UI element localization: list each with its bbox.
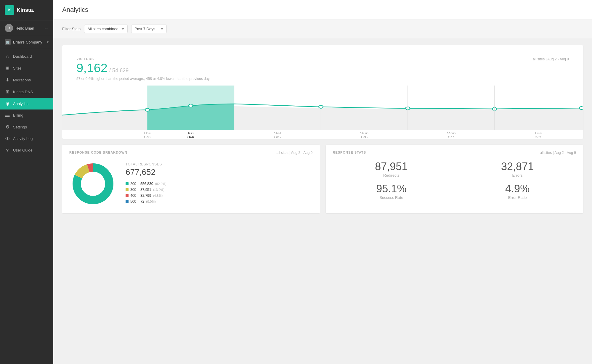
error-ratio-label: Error Ratio [459,195,576,200]
legend-code-200: 200 [130,182,139,186]
legend-300: 300 87,951 (13.0%) [126,188,166,192]
company-section[interactable]: 🏢 Brian's Company ▾ [0,36,53,48]
sidebar-item-label: Activity Log [13,136,33,141]
migrations-icon: ⬇ [5,77,10,83]
svg-text:8/8: 8/8 [535,135,541,139]
legend-dot-200 [126,182,129,185]
legend-value-200: 556,830 [140,182,153,186]
sidebar-item-label: Billing [13,113,23,117]
visitors-card: VISITORS 9,162 / 54,629 all sites | Aug … [62,45,583,139]
sidebar-item-label: Dashboard [13,54,32,59]
sidebar-item-dashboard[interactable]: ⌂ Dashboard [0,51,53,62]
visitors-chart: Thu 8/3 Fri 8/4 Sat 8/5 Sun 8/6 Mon 8/7 … [62,86,583,139]
success-rate-value: 95.1% [333,183,450,194]
svg-text:Thu: Thu [143,131,151,135]
svg-text:Sat: Sat [274,131,281,135]
svg-text:8/5: 8/5 [274,135,281,139]
user-guide-icon: ? [5,148,10,153]
sidebar-item-label: Settings [13,125,27,129]
sidebar-item-label: Kinsta DNS [13,90,33,94]
user-section[interactable]: B Hello Brian → [0,20,53,36]
svg-text:Sun: Sun [360,131,369,135]
legend-400: 400 32,799 (4.8%) [126,194,166,198]
page-header: Analytics [53,0,592,20]
error-ratio-value: 4.9% [459,183,576,194]
svg-text:8/3: 8/3 [144,135,151,139]
activity-log-icon: 👁 [5,136,10,141]
breakdown-header: RESPONSE CODE BREAKDOWN all sites | Aug … [69,151,313,155]
legend-code-400: 400 [130,194,139,198]
errors-value: 32,871 [459,161,576,172]
breakdown-section-label: RESPONSE CODE BREAKDOWN [69,151,127,154]
dashboard-icon: ⌂ [5,54,10,59]
svg-point-27 [81,172,105,196]
company-icon: 🏢 [5,39,11,45]
content-area: VISITORS 9,162 / 54,629 all sites | Aug … [53,38,592,220]
main-content: Analytics Filter Stats All sites combine… [53,0,592,364]
response-breakdown-card: RESPONSE CODE BREAKDOWN all sites | Aug … [62,145,320,213]
bottom-row: RESPONSE CODE BREAKDOWN all sites | Aug … [62,145,583,213]
logout-icon[interactable]: → [44,25,49,31]
logo-text: Kinsta. [17,7,34,13]
legend-dot-500 [126,200,129,203]
visitors-info: VISITORS 9,162 / 54,629 [76,57,129,74]
sidebar: K Kinsta. B Hello Brian → 🏢 Brian's Comp… [0,0,53,364]
dns-icon: ⊞ [5,89,10,94]
company-info: 🏢 Brian's Company [5,39,42,45]
legend-500: 500 72 (0.0%) [126,199,166,204]
svg-text:8/7: 8/7 [448,135,454,139]
legend-dot-300 [126,188,129,191]
filter-stats-label: Filter Stats [62,27,81,31]
stats-header: RESPONSE STATS all sites | Aug 2 - Aug 9 [333,151,576,155]
breakdown-date-range: all sites | Aug 2 - Aug 9 [277,151,313,155]
legend-pct-300: (13.0%) [153,188,165,191]
total-value: 677,652 [126,167,166,177]
svg-text:Mon: Mon [447,131,456,135]
sidebar-item-activity-log[interactable]: 👁 Activity Log [0,133,53,144]
sidebar-item-settings[interactable]: ⚙ Settings [0,121,53,133]
sidebar-item-billing[interactable]: ▬ Billing [0,109,53,121]
visitors-numbers: 9,162 / 54,629 [76,62,129,74]
svg-text:Tue: Tue [534,131,542,135]
stats-grid: 87,951 Redirects 32,871 Errors 95.1% Suc… [333,161,576,200]
sidebar-logo: K Kinsta. [0,0,53,20]
sites-icon: ▣ [5,65,10,71]
sidebar-item-analytics[interactable]: ◉ Analytics [0,98,53,109]
period-filter-select[interactable]: Past 7 Days Past 30 Days Past 60 Days [131,25,167,33]
sidebar-item-user-guide[interactable]: ? User Guide [0,144,53,156]
redirects-label: Redirects [333,173,450,178]
site-filter-select[interactable]: All sites combined Site 1 Site 2 [84,25,128,33]
svg-point-2 [189,104,193,107]
svg-text:8/4: 8/4 [187,135,194,139]
visitors-date-range: all sites | Aug 2 - Aug 9 [533,57,569,61]
response-stats-card: RESPONSE STATS all sites | Aug 2 - Aug 9… [326,145,583,213]
avatar: B [5,24,13,32]
visitors-note: 57 or 0.6% higher than the period averag… [76,77,569,81]
logo-icon: K [5,5,14,15]
breakdown-content: Total Responses 677,652 200 556,830 (82.… [69,160,313,207]
sidebar-item-migrations[interactable]: ⬇ Migrations [0,74,53,86]
legend-200: 200 556,830 (82.2%) [126,182,166,186]
legend-value-300: 87,951 [140,188,151,192]
sidebar-item-sites[interactable]: ▣ Sites [0,62,53,74]
stats-section-label: RESPONSE STATS [333,151,366,154]
svg-point-1 [145,108,150,111]
stat-redirects: 87,951 Redirects [333,161,450,178]
legend-pct-500: (0.0%) [146,200,155,203]
svg-text:8/6: 8/6 [361,135,368,139]
billing-icon: ▬ [5,113,10,118]
legend-code-500: 500 [130,199,139,204]
stat-errors: 32,871 Errors [459,161,576,178]
sidebar-item-kinsta-dns[interactable]: ⊞ Kinsta DNS [0,86,53,98]
breakdown-legend-area: Total Responses 677,652 200 556,830 (82.… [126,162,166,205]
chevron-down-icon: ▾ [47,40,49,44]
svg-text:Fri: Fri [188,131,194,135]
sidebar-item-label: User Guide [13,148,33,152]
stat-success-rate: 95.1% Success Rate [333,183,450,200]
redirects-value: 87,951 [333,161,450,172]
company-name: Brian's Company [13,40,42,44]
stats-date-range: all sites | Aug 2 - Aug 9 [540,151,576,155]
legend: 200 556,830 (82.2%) 300 87,951 (13.0%) [126,182,166,204]
legend-code-300: 300 [130,188,139,192]
visitors-header: VISITORS 9,162 / 54,629 all sites | Aug … [76,57,569,74]
